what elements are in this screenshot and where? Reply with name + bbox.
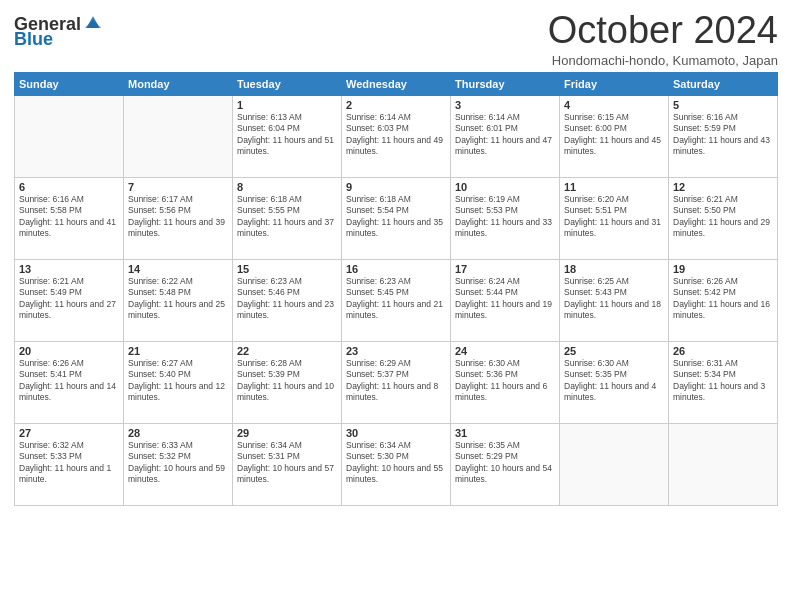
calendar-cell: 28Sunrise: 6:33 AMSunset: 5:32 PMDayligh…: [124, 423, 233, 505]
logo-icon: [83, 13, 103, 33]
day-info: Sunrise: 6:30 AMSunset: 5:36 PMDaylight:…: [455, 358, 555, 404]
day-number: 28: [128, 427, 228, 439]
day-info: Sunrise: 6:34 AMSunset: 5:30 PMDaylight:…: [346, 440, 446, 486]
day-info: Sunrise: 6:14 AMSunset: 6:03 PMDaylight:…: [346, 112, 446, 158]
day-number: 7: [128, 181, 228, 193]
day-number: 15: [237, 263, 337, 275]
calendar-cell: 3Sunrise: 6:14 AMSunset: 6:01 PMDaylight…: [451, 95, 560, 177]
weekday-header-wednesday: Wednesday: [342, 72, 451, 95]
day-number: 5: [673, 99, 773, 111]
day-number: 29: [237, 427, 337, 439]
calendar-cell: 25Sunrise: 6:30 AMSunset: 5:35 PMDayligh…: [560, 341, 669, 423]
calendar-cell: 20Sunrise: 6:26 AMSunset: 5:41 PMDayligh…: [15, 341, 124, 423]
calendar-cell: 23Sunrise: 6:29 AMSunset: 5:37 PMDayligh…: [342, 341, 451, 423]
calendar-cell: 13Sunrise: 6:21 AMSunset: 5:49 PMDayligh…: [15, 259, 124, 341]
day-info: Sunrise: 6:14 AMSunset: 6:01 PMDaylight:…: [455, 112, 555, 158]
calendar-cell: 15Sunrise: 6:23 AMSunset: 5:46 PMDayligh…: [233, 259, 342, 341]
day-number: 26: [673, 345, 773, 357]
location-text: Hondomachi-hondo, Kumamoto, Japan: [548, 53, 778, 68]
day-number: 24: [455, 345, 555, 357]
day-number: 9: [346, 181, 446, 193]
logo: General Blue: [14, 10, 103, 50]
day-info: Sunrise: 6:26 AMSunset: 5:41 PMDaylight:…: [19, 358, 119, 404]
day-info: Sunrise: 6:33 AMSunset: 5:32 PMDaylight:…: [128, 440, 228, 486]
day-info: Sunrise: 6:32 AMSunset: 5:33 PMDaylight:…: [19, 440, 119, 486]
day-number: 16: [346, 263, 446, 275]
day-info: Sunrise: 6:26 AMSunset: 5:42 PMDaylight:…: [673, 276, 773, 322]
calendar-cell: 4Sunrise: 6:15 AMSunset: 6:00 PMDaylight…: [560, 95, 669, 177]
day-number: 11: [564, 181, 664, 193]
day-number: 17: [455, 263, 555, 275]
calendar-cell: 17Sunrise: 6:24 AMSunset: 5:44 PMDayligh…: [451, 259, 560, 341]
day-number: 25: [564, 345, 664, 357]
calendar-cell: 9Sunrise: 6:18 AMSunset: 5:54 PMDaylight…: [342, 177, 451, 259]
calendar-cell: 24Sunrise: 6:30 AMSunset: 5:36 PMDayligh…: [451, 341, 560, 423]
day-number: 31: [455, 427, 555, 439]
day-info: Sunrise: 6:30 AMSunset: 5:35 PMDaylight:…: [564, 358, 664, 404]
day-number: 6: [19, 181, 119, 193]
day-number: 1: [237, 99, 337, 111]
logo-blue-text: Blue: [14, 29, 53, 50]
day-info: Sunrise: 6:16 AMSunset: 5:59 PMDaylight:…: [673, 112, 773, 158]
svg-marker-1: [85, 19, 102, 27]
calendar-cell: 31Sunrise: 6:35 AMSunset: 5:29 PMDayligh…: [451, 423, 560, 505]
calendar-cell: 19Sunrise: 6:26 AMSunset: 5:42 PMDayligh…: [669, 259, 778, 341]
weekday-header-tuesday: Tuesday: [233, 72, 342, 95]
day-number: 20: [19, 345, 119, 357]
day-info: Sunrise: 6:19 AMSunset: 5:53 PMDaylight:…: [455, 194, 555, 240]
weekday-header-friday: Friday: [560, 72, 669, 95]
day-number: 18: [564, 263, 664, 275]
day-info: Sunrise: 6:28 AMSunset: 5:39 PMDaylight:…: [237, 358, 337, 404]
day-number: 10: [455, 181, 555, 193]
day-info: Sunrise: 6:21 AMSunset: 5:50 PMDaylight:…: [673, 194, 773, 240]
day-info: Sunrise: 6:29 AMSunset: 5:37 PMDaylight:…: [346, 358, 446, 404]
day-number: 21: [128, 345, 228, 357]
calendar-cell: 10Sunrise: 6:19 AMSunset: 5:53 PMDayligh…: [451, 177, 560, 259]
calendar-cell: [15, 95, 124, 177]
day-number: 19: [673, 263, 773, 275]
calendar-cell: 7Sunrise: 6:17 AMSunset: 5:56 PMDaylight…: [124, 177, 233, 259]
day-info: Sunrise: 6:23 AMSunset: 5:45 PMDaylight:…: [346, 276, 446, 322]
day-info: Sunrise: 6:18 AMSunset: 5:55 PMDaylight:…: [237, 194, 337, 240]
calendar-week-5: 27Sunrise: 6:32 AMSunset: 5:33 PMDayligh…: [15, 423, 778, 505]
day-info: Sunrise: 6:27 AMSunset: 5:40 PMDaylight:…: [128, 358, 228, 404]
day-info: Sunrise: 6:25 AMSunset: 5:43 PMDaylight:…: [564, 276, 664, 322]
day-number: 14: [128, 263, 228, 275]
day-info: Sunrise: 6:34 AMSunset: 5:31 PMDaylight:…: [237, 440, 337, 486]
day-info: Sunrise: 6:23 AMSunset: 5:46 PMDaylight:…: [237, 276, 337, 322]
day-number: 13: [19, 263, 119, 275]
calendar-cell: 5Sunrise: 6:16 AMSunset: 5:59 PMDaylight…: [669, 95, 778, 177]
calendar-cell: [669, 423, 778, 505]
day-number: 2: [346, 99, 446, 111]
calendar-cell: 8Sunrise: 6:18 AMSunset: 5:55 PMDaylight…: [233, 177, 342, 259]
day-info: Sunrise: 6:15 AMSunset: 6:00 PMDaylight:…: [564, 112, 664, 158]
weekday-header-saturday: Saturday: [669, 72, 778, 95]
weekday-header-thursday: Thursday: [451, 72, 560, 95]
calendar-cell: 2Sunrise: 6:14 AMSunset: 6:03 PMDaylight…: [342, 95, 451, 177]
day-number: 8: [237, 181, 337, 193]
calendar-cell: 21Sunrise: 6:27 AMSunset: 5:40 PMDayligh…: [124, 341, 233, 423]
calendar-week-1: 1Sunrise: 6:13 AMSunset: 6:04 PMDaylight…: [15, 95, 778, 177]
calendar-cell: 27Sunrise: 6:32 AMSunset: 5:33 PMDayligh…: [15, 423, 124, 505]
day-number: 3: [455, 99, 555, 111]
page-container: General Blue October 2024 Hondomachi-hon…: [0, 0, 792, 512]
calendar-cell: 1Sunrise: 6:13 AMSunset: 6:04 PMDaylight…: [233, 95, 342, 177]
calendar-cell: 16Sunrise: 6:23 AMSunset: 5:45 PMDayligh…: [342, 259, 451, 341]
calendar-cell: [560, 423, 669, 505]
calendar-cell: 11Sunrise: 6:20 AMSunset: 5:51 PMDayligh…: [560, 177, 669, 259]
calendar-week-2: 6Sunrise: 6:16 AMSunset: 5:58 PMDaylight…: [15, 177, 778, 259]
day-info: Sunrise: 6:16 AMSunset: 5:58 PMDaylight:…: [19, 194, 119, 240]
day-info: Sunrise: 6:22 AMSunset: 5:48 PMDaylight:…: [128, 276, 228, 322]
weekday-header-sunday: Sunday: [15, 72, 124, 95]
day-info: Sunrise: 6:13 AMSunset: 6:04 PMDaylight:…: [237, 112, 337, 158]
calendar-cell: 12Sunrise: 6:21 AMSunset: 5:50 PMDayligh…: [669, 177, 778, 259]
month-title: October 2024: [548, 10, 778, 52]
day-number: 30: [346, 427, 446, 439]
title-section: October 2024 Hondomachi-hondo, Kumamoto,…: [548, 10, 778, 68]
calendar-cell: 6Sunrise: 6:16 AMSunset: 5:58 PMDaylight…: [15, 177, 124, 259]
weekday-header-monday: Monday: [124, 72, 233, 95]
calendar-cell: 30Sunrise: 6:34 AMSunset: 5:30 PMDayligh…: [342, 423, 451, 505]
day-number: 22: [237, 345, 337, 357]
day-number: 12: [673, 181, 773, 193]
calendar-cell: [124, 95, 233, 177]
